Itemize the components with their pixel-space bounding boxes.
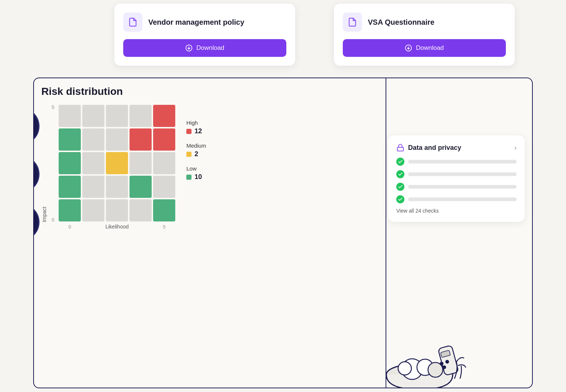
legend-medium-dot bbox=[186, 152, 191, 157]
doc-icon-vendor bbox=[123, 13, 142, 32]
chevron-right-icon[interactable]: › bbox=[514, 144, 517, 152]
matrix-wrap: Impact 5 0 bbox=[41, 105, 175, 230]
risk-section-title: Risk distribution bbox=[41, 86, 384, 97]
risk-legend: High 12 Medium 2 Low bbox=[186, 120, 206, 181]
check-bar-2 bbox=[408, 172, 517, 176]
matrix-cell bbox=[106, 128, 128, 151]
matrix-cell bbox=[153, 199, 175, 221]
matrix-cell bbox=[106, 199, 128, 221]
matrix-cell bbox=[59, 199, 81, 221]
legend-medium: Medium 2 bbox=[186, 142, 206, 158]
check-icon-4 bbox=[396, 195, 404, 203]
x-tick-left: 0 bbox=[59, 224, 81, 230]
svg-point-8 bbox=[398, 362, 411, 375]
check-item-1 bbox=[396, 158, 517, 166]
y-ticks: 5 0 bbox=[52, 105, 54, 223]
view-all-checks[interactable]: View all 24 checks bbox=[396, 208, 517, 214]
privacy-header-left: Data and privacy bbox=[396, 144, 461, 152]
risk-section: Risk distribution Impact 5 0 bbox=[41, 86, 384, 380]
main-panel: ⬡ SOC 2 🌐 ISO27001 ⭐ GDPR Risk distribut… bbox=[33, 78, 533, 388]
risk-matrix-grid bbox=[59, 105, 175, 221]
download-vendor-button[interactable]: Download bbox=[123, 39, 286, 57]
matrix-cell bbox=[130, 176, 152, 198]
check-bar-4 bbox=[408, 197, 517, 201]
download-vsa-label: Download bbox=[416, 44, 444, 52]
check-item-3 bbox=[396, 183, 517, 191]
matrix-cell bbox=[130, 128, 152, 151]
matrix-cell bbox=[59, 128, 81, 151]
matrix-cell bbox=[130, 152, 152, 174]
matrix-cell bbox=[82, 128, 104, 151]
iso27001-badge: 🌐 ISO27001 bbox=[33, 156, 39, 193]
scene: Vendor management policy Download VSA Qu… bbox=[0, 0, 566, 392]
check-item-4 bbox=[396, 195, 517, 203]
legend-high: High 12 bbox=[186, 120, 206, 135]
y-tick-5: 5 bbox=[52, 105, 54, 110]
matrix-cell bbox=[59, 105, 81, 127]
bowl-illustration bbox=[381, 317, 477, 388]
legend-medium-count: 2 bbox=[194, 150, 198, 158]
matrix-cell bbox=[106, 176, 128, 198]
matrix-cell bbox=[153, 128, 175, 151]
x-axis-row: 0 Likelihood 5 bbox=[59, 224, 175, 230]
check-icon-3 bbox=[396, 183, 404, 191]
matrix-cell bbox=[59, 176, 81, 198]
matrix-cell bbox=[130, 199, 152, 221]
download-vendor-label: Download bbox=[196, 44, 224, 52]
matrix-cell bbox=[106, 152, 128, 174]
matrix-cell bbox=[153, 152, 175, 174]
privacy-icon bbox=[396, 144, 404, 152]
y-tick-0: 0 bbox=[52, 217, 54, 222]
x-tick-right: 5 bbox=[153, 224, 175, 230]
matrix-cell bbox=[82, 105, 104, 127]
legend-high-dot bbox=[186, 129, 191, 134]
matrix-cell bbox=[153, 176, 175, 198]
legend-medium-label: Medium bbox=[186, 142, 206, 149]
matrix-inner: 5 0 bbox=[52, 105, 175, 230]
download-vsa-button[interactable]: Download bbox=[343, 39, 506, 57]
legend-low-count: 10 bbox=[194, 173, 202, 181]
check-bar-3 bbox=[408, 185, 517, 189]
legend-high-count: 12 bbox=[194, 127, 202, 135]
check-icon-1 bbox=[396, 158, 404, 166]
matrix-cell bbox=[130, 105, 152, 127]
legend-low-dot bbox=[186, 175, 191, 180]
matrix-cell bbox=[106, 105, 128, 127]
check-bar-1 bbox=[408, 160, 517, 164]
matrix-cell bbox=[59, 152, 81, 174]
privacy-header: Data and privacy › bbox=[396, 144, 517, 152]
matrix-cell bbox=[153, 105, 175, 127]
download-icon-2 bbox=[405, 44, 412, 52]
badges-column: ⬡ SOC 2 🌐 ISO27001 ⭐ GDPR bbox=[33, 108, 39, 241]
legend-low-label: Low bbox=[186, 165, 206, 172]
matrix-cell bbox=[82, 199, 104, 221]
doc-icon-vsa bbox=[343, 13, 362, 32]
vendor-card-title: Vendor management policy bbox=[148, 17, 244, 27]
risk-matrix-container: Impact 5 0 bbox=[41, 105, 384, 230]
vsa-card-title: VSA Questionnaire bbox=[368, 17, 434, 27]
matrix-cell bbox=[82, 152, 104, 174]
download-card-vsa: VSA Questionnaire Download bbox=[334, 4, 515, 66]
download-card-vendor: Vendor management policy Download bbox=[114, 4, 295, 66]
legend-high-label: High bbox=[186, 120, 206, 126]
privacy-title: Data and privacy bbox=[408, 144, 461, 152]
check-item-2 bbox=[396, 170, 517, 178]
privacy-card: Data and privacy › bbox=[388, 135, 525, 222]
y-axis-label: Impact bbox=[41, 207, 47, 222]
download-icon-1 bbox=[185, 44, 193, 52]
soc2-badge: ⬡ SOC 2 bbox=[33, 108, 39, 145]
gdpr-badge: ⭐ GDPR bbox=[33, 204, 39, 241]
check-icon-2 bbox=[396, 170, 404, 178]
legend-low: Low 10 bbox=[186, 165, 206, 181]
x-axis-label: Likelihood bbox=[81, 224, 153, 230]
illustration bbox=[381, 317, 477, 388]
matrix-cell bbox=[82, 176, 104, 198]
svg-rect-4 bbox=[397, 147, 404, 151]
